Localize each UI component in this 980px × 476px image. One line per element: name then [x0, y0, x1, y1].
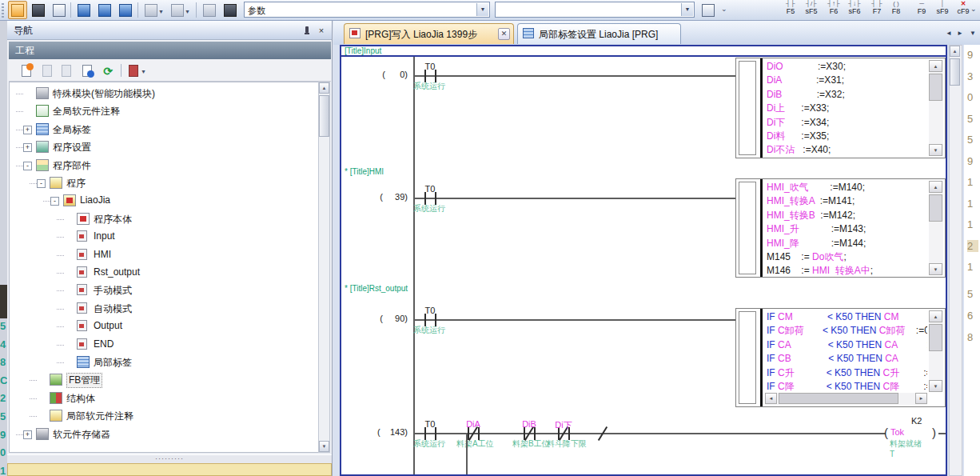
tree-item-END[interactable]: END — [10, 336, 318, 354]
collapsed-panel-bar[interactable] — [7, 463, 332, 476]
sort-button[interactable]: ▼ — [125, 62, 148, 78]
tab-close-icon[interactable]: ✕ — [498, 28, 510, 40]
new-window-button[interactable] — [699, 1, 718, 19]
tree-item-node[interactable]: 特殊模块(智能功能模块) — [10, 85, 318, 102]
tree-scrollbar[interactable]: ▲ ▼ — [318, 82, 330, 453]
st-block-scrollbar[interactable]: ▲▼ — [929, 310, 943, 392]
watch-button[interactable]: ▼ — [141, 1, 165, 19]
contact-bar[interactable] — [435, 70, 436, 82]
fkey-button-sF6[interactable]: ┤↓├sF6 — [844, 0, 865, 20]
toolbar-grip[interactable] — [2, 3, 4, 18]
tree-item-node[interactable]: 局部软元件注释 — [10, 407, 318, 425]
tree-item-Rst_output[interactable]: Rst_output — [10, 264, 318, 282]
tree-item-node[interactable]: 自动模式 — [10, 300, 318, 318]
ladder-editor[interactable]: [Title]Input * [Title]HMI * [Title]Rst_o… — [340, 45, 947, 476]
tree-item-node[interactable]: 结构体 — [10, 390, 318, 407]
contact-bar[interactable] — [478, 427, 480, 440]
tree-expand-box[interactable]: - — [50, 197, 59, 206]
scroll-down-icon[interactable]: ▼ — [929, 263, 942, 275]
contact-bar[interactable] — [424, 192, 426, 205]
tree-item-node[interactable]: +全局标签 — [10, 121, 318, 138]
search-button[interactable] — [221, 1, 240, 19]
st-block-scrollbar[interactable]: ▲▼ — [929, 60, 943, 156]
document-button[interactable] — [50, 1, 69, 19]
scroll-left-icon[interactable]: ◄ — [765, 393, 777, 404]
copy-button[interactable] — [39, 62, 55, 78]
contact-bar[interactable] — [534, 427, 536, 440]
close-icon[interactable]: × — [315, 24, 328, 37]
monitor-write-button[interactable] — [74, 1, 94, 19]
contact-bar[interactable] — [435, 314, 436, 326]
st-code[interactable]: HMI_吹气 :=M140;HMI_转换A :=M141;HMI_转换B :=M… — [767, 181, 927, 275]
fkey-button-F9[interactable]: ─F9 — [911, 0, 932, 20]
scroll-up-icon[interactable]: ▲ — [319, 82, 329, 94]
pin-icon[interactable] — [300, 24, 313, 37]
contact-bar[interactable] — [424, 70, 426, 82]
fkey-button-F8[interactable]: ( )F8 — [886, 0, 906, 20]
fkey-button-F5[interactable]: ┤├F5 — [780, 0, 801, 20]
contact-bar[interactable] — [435, 192, 436, 205]
tree-item-node[interactable]: 全局软元件注释 — [10, 102, 318, 120]
help-button[interactable] — [200, 1, 219, 19]
tree-expand-box[interactable]: - — [23, 162, 32, 170]
coil-close-paren[interactable]: ) — [932, 426, 936, 439]
scroll-up-icon[interactable]: ▲ — [929, 60, 942, 72]
contact-bar[interactable] — [424, 314, 426, 326]
tree-expand-box[interactable]: + — [23, 126, 32, 134]
monitor-read-button[interactable] — [95, 1, 114, 19]
tree-item-node[interactable]: -程序 — [10, 174, 318, 192]
tree-item-FB[interactable]: FB管理 — [10, 371, 318, 389]
tree-item-node[interactable]: 局部标签 — [10, 354, 318, 371]
tree-expand-box[interactable]: - — [37, 179, 46, 188]
tree-item-node[interactable]: 手动模式 — [10, 282, 318, 299]
scroll-up-icon[interactable]: ▲ — [929, 310, 942, 322]
fkey-button-F6[interactable]: ┤↑├F6 — [823, 0, 844, 20]
tree-expand-box[interactable]: + — [23, 430, 32, 439]
st-code[interactable]: IF CM < K50 THEN CM :=0; END_IF;IF C卸荷 <… — [767, 310, 927, 392]
tree-item-node[interactable]: -程序部件 — [10, 157, 318, 174]
fkey-button-sF9[interactable]: │sF9 — [932, 0, 953, 20]
tree-item-node[interactable]: +软元件存储器 — [10, 426, 318, 443]
st-block[interactable]: DiO :=X30;DiA :=X31;DiB :=X32;Di上 :=X33;… — [735, 58, 946, 158]
tab-local-label-liaojia[interactable]: 局部标签设置 LiaoJia [PRG] — [517, 23, 681, 44]
contact-bar[interactable] — [435, 427, 436, 440]
panel-splitter[interactable]: ········· — [7, 454, 332, 463]
tree-item-Input[interactable]: Input — [10, 228, 318, 246]
st-block[interactable]: HMI_吹气 :=M140;HMI_转换A :=M141;HMI_转换B :=M… — [735, 178, 946, 278]
device-combobox[interactable]: ▼ — [495, 2, 695, 18]
find-device-button[interactable]: ▼ — [168, 1, 192, 19]
fkey-button-F7[interactable]: ┤ ├F7 — [866, 0, 887, 20]
paste-button[interactable] — [58, 62, 74, 78]
scroll-right-icon[interactable]: ► — [915, 393, 927, 404]
tab-menu-icon[interactable]: ▼ — [967, 27, 978, 39]
scrollbar-thumb[interactable] — [950, 58, 960, 86]
st-block-hscrollbar[interactable]: ◄► — [765, 393, 927, 405]
toolbar-overflow-icon[interactable]: ⌄ — [721, 5, 727, 13]
tab-program-liaojia[interactable]: [PRG]写入 LiaoJia 1399步 ✕ — [344, 23, 514, 44]
scrollbar-thumb[interactable] — [929, 74, 942, 101]
combo-dropdown-icon[interactable]: ▼ — [476, 3, 488, 16]
fkey-button-sF5[interactable]: ┤/├sF5 — [801, 0, 822, 20]
new-item-button[interactable] — [18, 62, 34, 78]
scroll-up-icon[interactable]: ▲ — [929, 181, 942, 193]
monitor-compare-button[interactable] — [116, 1, 135, 19]
tree-item-node[interactable]: 程序本体 — [10, 210, 318, 228]
project-view-button[interactable] — [8, 1, 27, 19]
coil-open-paren[interactable]: ( — [884, 426, 888, 439]
contact-bar[interactable] — [424, 427, 426, 440]
parameter-combobox[interactable]: 参数 ▼ — [244, 2, 490, 18]
tree-item-Output[interactable]: Output — [10, 318, 318, 335]
scroll-up-icon[interactable]: ▲ — [950, 46, 960, 57]
property-button[interactable] — [79, 62, 95, 78]
tab-scroll-right-icon[interactable]: ► — [954, 27, 966, 39]
tree-expand-box[interactable]: + — [23, 143, 32, 152]
refresh-button[interactable]: ⟳ — [100, 62, 116, 78]
st-block-scrollbar[interactable]: ▲▼ — [929, 181, 943, 275]
scroll-down-icon[interactable]: ▼ — [929, 144, 942, 156]
module-config-button[interactable] — [29, 1, 48, 19]
tree-item-node[interactable]: +程序设置 — [10, 138, 318, 156]
scrollbar-thumb[interactable] — [929, 194, 942, 222]
scroll-down-icon[interactable]: ▼ — [319, 441, 329, 452]
toolbar-overflow-icon[interactable]: ⌄ — [970, 5, 977, 13]
scrollbar-thumb[interactable] — [319, 95, 329, 137]
